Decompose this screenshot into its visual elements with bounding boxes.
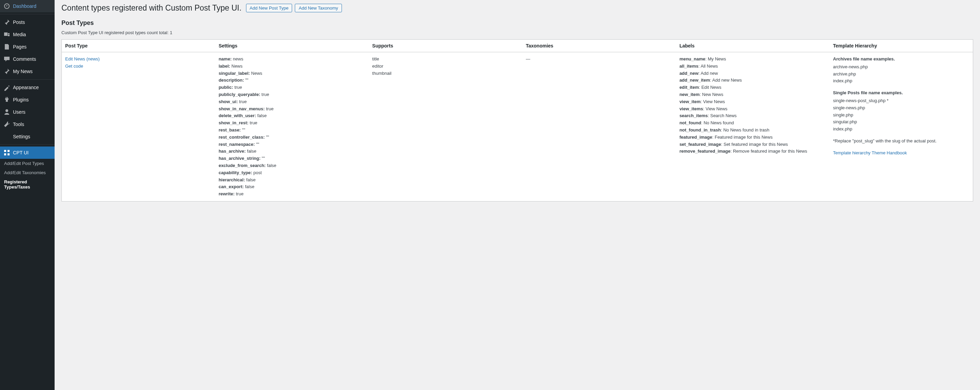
edit-link[interactable]: Edit News (news) xyxy=(65,56,100,61)
sidebar-item-label: Posts xyxy=(13,19,25,25)
sidebar-item-label: Dashboard xyxy=(13,3,37,9)
sidebar-item-label: My News xyxy=(13,69,33,74)
table-row: Edit News (news) Get code name: newslabe… xyxy=(62,52,973,201)
archives-list: archive-news.phparchive.phpindex.php xyxy=(833,64,969,85)
comments-icon xyxy=(3,56,10,62)
th-template-hierarchy: Template Hierarchy xyxy=(829,40,973,52)
sidebar-item-label: Settings xyxy=(13,134,30,139)
single-list: single-news-post_slug.php *single-news.p… xyxy=(833,98,969,133)
labels-cell: menu_name: My Newsall_items: All Newsadd… xyxy=(676,52,829,201)
sidebar-item-settings[interactable]: Settings xyxy=(0,131,55,143)
add-post-type-button[interactable]: Add New Post Type xyxy=(246,4,293,12)
page-title: Content types registered with Custom Pos… xyxy=(61,3,242,13)
main-content: Content types registered with Custom Pos… xyxy=(55,0,980,390)
get-code-link[interactable]: Get code xyxy=(65,64,83,69)
cptui-icon xyxy=(3,149,10,156)
sidebar-item-label: CPT UI xyxy=(13,150,29,155)
media-icon xyxy=(3,31,10,38)
post-types-table: Post Type Settings Supports Taxonomies L… xyxy=(61,39,973,201)
sidebar-item-posts[interactable]: Posts xyxy=(0,16,55,28)
th-taxonomies: Taxonomies xyxy=(522,40,676,52)
supports-cell: titleeditorthumbnail xyxy=(369,52,522,201)
sidebar-item-cptui[interactable]: CPT UI xyxy=(0,147,55,159)
single-title: Single Posts file name examples. xyxy=(833,90,969,97)
sidebar-item-label: Comments xyxy=(13,56,36,62)
hierarchy-note: *Replace "post_slug" with the slug of th… xyxy=(833,137,969,145)
sidebar-item-label: Plugins xyxy=(13,97,29,102)
sidebar-item-label: Media xyxy=(13,32,26,37)
admin-sidebar: Dashboard Posts Media Pages Comments My … xyxy=(0,0,55,390)
th-settings: Settings xyxy=(215,40,369,52)
archives-title: Archives file name examples. xyxy=(833,56,969,63)
sidebar-item-label: Pages xyxy=(13,44,27,50)
sidebar-item-pages[interactable]: Pages xyxy=(0,41,55,53)
section-title: Post Types xyxy=(61,19,973,27)
sidebar-item-tools[interactable]: Tools xyxy=(0,118,55,131)
th-labels: Labels xyxy=(676,40,829,52)
settings-cell: name: newslabel: Newssingular_label: New… xyxy=(215,52,369,201)
th-supports: Supports xyxy=(369,40,522,52)
users-icon xyxy=(3,109,10,115)
sidebar-item-users[interactable]: Users xyxy=(0,106,55,118)
sidebar-item-label: Tools xyxy=(13,121,24,127)
add-taxonomy-button[interactable]: Add New Taxonomy xyxy=(295,4,342,12)
sidebar-sub-registered[interactable]: Registered Types/Taxes xyxy=(0,177,55,192)
sidebar-item-mynews[interactable]: My News xyxy=(0,65,55,78)
pin-icon xyxy=(3,68,10,75)
taxonomies-cell: — xyxy=(522,52,676,201)
pages-icon xyxy=(3,43,10,50)
count-line: Custom Post Type UI registered post type… xyxy=(61,30,973,35)
tools-icon xyxy=(3,121,10,128)
sidebar-item-dashboard[interactable]: Dashboard xyxy=(0,0,55,12)
sidebar-item-label: Users xyxy=(13,109,25,115)
sidebar-sub-add-post-types[interactable]: Add/Edit Post Types xyxy=(0,159,55,168)
sidebar-item-plugins[interactable]: Plugins xyxy=(0,94,55,106)
sidebar-item-appearance[interactable]: Appearance xyxy=(0,81,55,94)
settings-icon xyxy=(3,133,10,140)
template-hierarchy-link[interactable]: Template hierarchy Theme Handbook xyxy=(833,150,907,155)
th-post-type: Post Type xyxy=(62,40,215,52)
sidebar-item-label: Appearance xyxy=(13,85,39,90)
hierarchy-cell: Archives file name examples. archive-new… xyxy=(829,52,973,201)
dashboard-icon xyxy=(3,3,10,10)
sidebar-item-comments[interactable]: Comments xyxy=(0,53,55,65)
pin-icon xyxy=(3,19,10,26)
plugins-icon xyxy=(3,96,10,103)
sidebar-sub-add-taxonomies[interactable]: Add/Edit Taxonomies xyxy=(0,168,55,177)
appearance-icon xyxy=(3,84,10,91)
sidebar-item-media[interactable]: Media xyxy=(0,28,55,41)
